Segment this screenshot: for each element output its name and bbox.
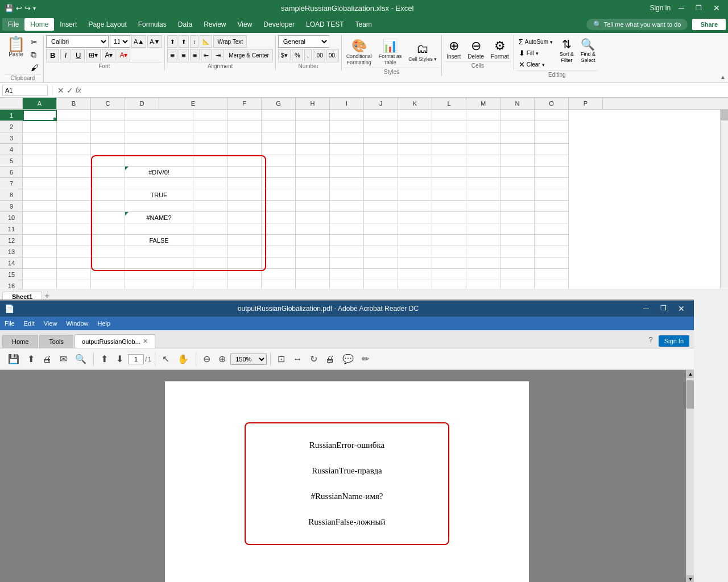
pdf-tab-close-icon[interactable]: ✕: [143, 338, 148, 345]
pdf-sign-in-btn[interactable]: Sign In: [659, 335, 689, 347]
format-button[interactable]: ⚙ Format: [489, 38, 511, 61]
format-painter-button[interactable]: 🖌: [28, 62, 41, 73]
pdf-minimize-btn[interactable]: ─: [639, 303, 653, 314]
qa-dropdown-icon[interactable]: ▾: [33, 5, 36, 11]
row-header-15[interactable]: 15: [0, 269, 23, 280]
cancel-icon[interactable]: ✕: [57, 86, 64, 95]
save-icon[interactable]: 💾: [5, 4, 14, 13]
col-header-D[interactable]: D: [125, 98, 159, 109]
minimize-btn[interactable]: ─: [675, 3, 688, 13]
paste-button[interactable]: 📋 Paste: [5, 35, 27, 59]
row-header-1[interactable]: 1: [0, 110, 23, 121]
pdf-menu-edit[interactable]: Edit: [24, 320, 35, 327]
autofill-handle[interactable]: [53, 118, 56, 120]
pdf-tool-zoom-out[interactable]: ⊖: [200, 351, 214, 367]
conditional-formatting-button[interactable]: 🎨 ConditionalFormatting: [344, 38, 374, 67]
restore-btn[interactable]: ❐: [692, 4, 705, 12]
increase-indent-button[interactable]: ⇥: [213, 49, 224, 61]
font-color-button[interactable]: A▾: [117, 49, 130, 61]
row-header-8[interactable]: 8: [0, 189, 23, 201]
clear-button[interactable]: ✕ Clear ▾: [516, 59, 555, 70]
menu-item-home[interactable]: Home: [24, 18, 54, 31]
undo-icon[interactable]: ↩: [16, 4, 22, 13]
menu-item-data[interactable]: Data: [172, 18, 198, 31]
menu-item-insert[interactable]: Insert: [54, 18, 82, 31]
copy-button[interactable]: ⧉: [28, 49, 41, 61]
dollar-button[interactable]: $▾: [278, 49, 291, 61]
pdf-tool-print2[interactable]: 🖨: [322, 352, 338, 367]
formula-input[interactable]: [84, 86, 726, 94]
bold-button[interactable]: B: [46, 49, 59, 61]
pdf-tool-rotate[interactable]: ↻: [307, 351, 321, 367]
menu-item-team[interactable]: Team: [349, 18, 377, 31]
pdf-tool-email[interactable]: ✉: [56, 351, 71, 367]
increase-font-button[interactable]: A▲: [131, 35, 146, 48]
pdf-scroll-thumb[interactable]: [686, 380, 694, 409]
pdf-tool-zoom-in[interactable]: ⊕: [215, 351, 229, 367]
row-header-4[interactable]: 4: [0, 144, 23, 155]
cell-E12[interactable]: FALSE: [125, 235, 193, 246]
autosum-button[interactable]: Σ AutoSum ▾: [516, 36, 555, 47]
menu-item-formulas[interactable]: Formulas: [133, 18, 172, 31]
font-name-combo[interactable]: Calibri: [46, 35, 109, 48]
insert-button[interactable]: ⊕ Insert: [444, 38, 463, 61]
cell-styles-button[interactable]: 🗂 Cell Styles ▾: [406, 40, 439, 64]
pdf-tool-cursor[interactable]: ↖: [159, 351, 173, 367]
menu-item-developer[interactable]: Developer: [258, 18, 300, 31]
decrease-indent-button[interactable]: ⇤: [201, 49, 212, 61]
font-size-combo[interactable]: 11: [110, 35, 130, 48]
cell-E6[interactable]: #DIV/0!: [125, 167, 193, 178]
col-header-L[interactable]: L: [432, 98, 466, 109]
ribbon-collapse-icon[interactable]: ▲: [720, 74, 726, 80]
pdf-menu-view[interactable]: View: [44, 320, 57, 327]
row-header-6[interactable]: 6: [0, 167, 23, 178]
align-center-button[interactable]: ≡: [179, 49, 189, 61]
row-header-7[interactable]: 7: [0, 178, 23, 189]
pdf-tab-file[interactable]: outputRussianGlob... ✕: [75, 334, 155, 348]
pdf-tool-fit-page[interactable]: ⊡: [274, 351, 288, 367]
col-header-C[interactable]: C: [91, 98, 125, 109]
col-header-G[interactable]: G: [262, 98, 296, 109]
fill-button[interactable]: ⬇ Fill ▾: [516, 48, 555, 59]
wrap-text-button[interactable]: Wrap Text: [213, 35, 247, 48]
col-header-F[interactable]: F: [228, 98, 262, 109]
menu-item-load-test[interactable]: LOAD TEST: [300, 18, 349, 31]
vertical-scrollbar[interactable]: [720, 98, 728, 289]
col-header-H[interactable]: H: [296, 98, 330, 109]
number-format-combo[interactable]: General: [278, 35, 329, 48]
pdf-scroll-down-btn[interactable]: ▼: [686, 575, 694, 582]
pdf-help-icon[interactable]: ?: [643, 332, 659, 347]
col-header-O[interactable]: O: [535, 98, 569, 109]
cell-E10[interactable]: #NAME?: [125, 212, 193, 223]
pdf-scrollbar[interactable]: ▲ ▼: [686, 370, 694, 582]
align-top-right-button[interactable]: ↕: [190, 35, 198, 48]
pdf-tool-fit-width[interactable]: ↔: [289, 352, 305, 367]
cell-A1[interactable]: [23, 110, 57, 121]
col-header-P[interactable]: P: [569, 98, 603, 109]
col-header-J[interactable]: J: [364, 98, 398, 109]
decrease-decimal-button[interactable]: .00: [313, 49, 325, 61]
menu-item-file[interactable]: File: [2, 18, 24, 31]
pdf-tool-prev-page[interactable]: ⬆: [97, 351, 111, 367]
col-header-E[interactable]: E: [159, 98, 228, 109]
redo-icon[interactable]: ↪: [24, 4, 31, 13]
pdf-page-number-input[interactable]: [128, 354, 144, 364]
col-header-N[interactable]: N: [500, 98, 535, 109]
row-header-3[interactable]: 3: [0, 132, 23, 144]
col-header-M[interactable]: M: [466, 98, 500, 109]
share-button[interactable]: Share: [692, 19, 726, 30]
menu-item-review[interactable]: Review: [198, 18, 231, 31]
pdf-restore-btn[interactable]: ❐: [656, 303, 671, 314]
row-header-14[interactable]: 14: [0, 257, 23, 269]
increase-decimal-button[interactable]: 00.: [326, 49, 339, 61]
row-header-12[interactable]: 12: [0, 235, 23, 246]
comma-button[interactable]: ,: [304, 49, 312, 61]
pdf-close-btn[interactable]: ✕: [673, 303, 689, 314]
pdf-scroll-up-btn[interactable]: ▲: [686, 370, 694, 378]
col-header-B[interactable]: B: [57, 98, 91, 109]
underline-button[interactable]: U: [72, 49, 85, 61]
align-right-button[interactable]: ≡: [190, 49, 200, 61]
borders-button[interactable]: ⊞▾: [86, 49, 101, 61]
pdf-menu-window[interactable]: Window: [66, 320, 88, 327]
find-select-button[interactable]: 🔍 Find &Select: [578, 36, 598, 65]
